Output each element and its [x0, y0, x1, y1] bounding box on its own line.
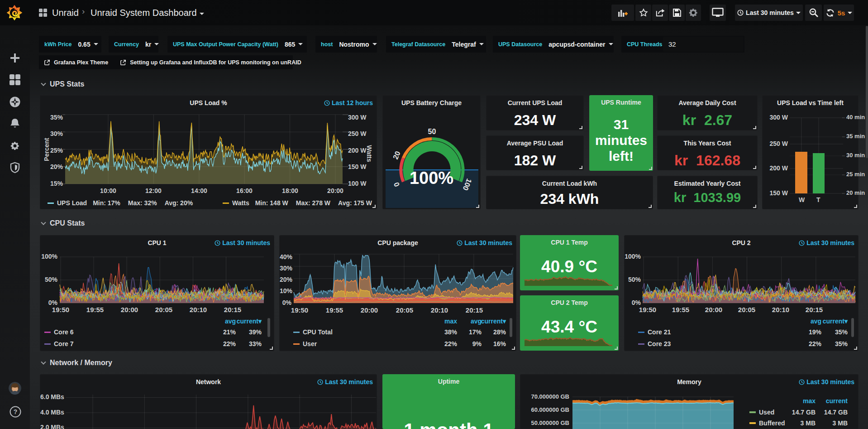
svg-text:50: 50 [428, 128, 436, 135]
svg-text:?: ? [14, 408, 18, 415]
svg-text:20: 20 [391, 150, 402, 160]
